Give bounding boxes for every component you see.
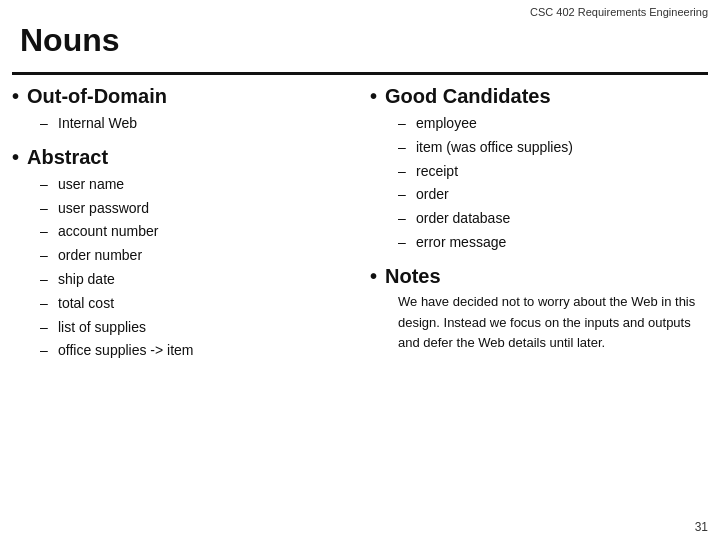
list-item: –order number — [40, 244, 350, 268]
list-item: –order database — [398, 207, 708, 231]
good-candidates-list: –employee–item (was office supplies)–rec… — [398, 112, 708, 255]
list-item: –order — [398, 183, 708, 207]
dash-icon: – — [40, 173, 52, 197]
page-title: Nouns — [20, 22, 120, 59]
dash-icon: – — [40, 220, 52, 244]
item-internal-web: Internal Web — [58, 112, 137, 136]
dash-icon: – — [40, 339, 52, 363]
dash-icon: – — [398, 160, 410, 184]
dash-icon: – — [398, 207, 410, 231]
list-item: –total cost — [40, 292, 350, 316]
list-item: –user name — [40, 173, 350, 197]
good-candidates-label: Good Candidates — [385, 85, 551, 108]
list-item: – Internal Web — [40, 112, 350, 136]
list-item: –error message — [398, 231, 708, 255]
bullet-3: • — [370, 85, 377, 108]
right-column: • Good Candidates –employee–item (was of… — [360, 85, 708, 516]
notes-heading: • Notes — [370, 265, 708, 288]
list-item: –ship date — [40, 268, 350, 292]
list-item: –account number — [40, 220, 350, 244]
page-number: 31 — [695, 520, 708, 534]
dash-icon: – — [40, 292, 52, 316]
dash-icon: – — [40, 316, 52, 340]
dash-icon: – — [398, 183, 410, 207]
dash-icon: – — [398, 231, 410, 255]
bullet-2: • — [12, 146, 19, 169]
list-item: –employee — [398, 112, 708, 136]
list-item: –list of supplies — [40, 316, 350, 340]
out-of-domain-list: – Internal Web — [40, 112, 350, 136]
list-item: –user password — [40, 197, 350, 221]
course-header: CSC 402 Requirements Engineering — [530, 6, 708, 18]
dash-icon: – — [40, 197, 52, 221]
good-candidates-heading: • Good Candidates — [370, 85, 708, 108]
notes-body: We have decided not to worry about the W… — [398, 292, 708, 354]
out-of-domain-heading: • Out-of-Domain — [12, 85, 350, 108]
notes-label: Notes — [385, 265, 441, 288]
out-of-domain-label: Out-of-Domain — [27, 85, 167, 108]
dash-icon: – — [398, 112, 410, 136]
dash-icon: – — [40, 268, 52, 292]
left-column: • Out-of-Domain – Internal Web • Abstrac… — [12, 85, 360, 516]
list-item: –office supplies -> item — [40, 339, 350, 363]
abstract-list: –user name–user password–account number–… — [40, 173, 350, 363]
list-item: –item (was office supplies) — [398, 136, 708, 160]
list-item: –receipt — [398, 160, 708, 184]
notes-section: • Notes We have decided not to worry abo… — [370, 265, 708, 354]
content-area: • Out-of-Domain – Internal Web • Abstrac… — [12, 85, 708, 516]
bullet-4: • — [370, 265, 377, 288]
title-divider — [12, 72, 708, 75]
bullet-1: • — [12, 85, 19, 108]
dash-icon: – — [40, 244, 52, 268]
abstract-heading: • Abstract — [12, 146, 350, 169]
dash-icon: – — [398, 136, 410, 160]
abstract-label: Abstract — [27, 146, 108, 169]
dash-icon: – — [40, 112, 52, 136]
